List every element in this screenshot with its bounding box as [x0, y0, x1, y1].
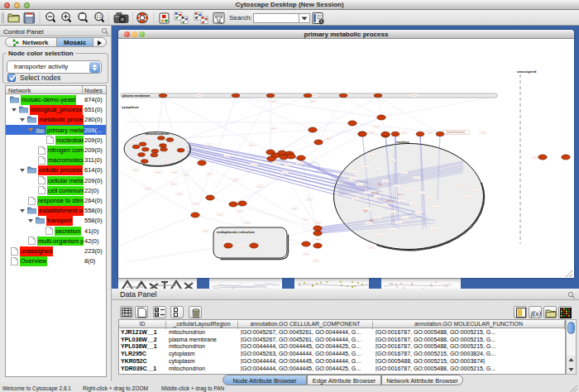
svg-text:(text): (text): [404, 217, 408, 218]
svg-text:(text): (text): [370, 246, 374, 248]
svg-text:(x)x: (x)x: [364, 209, 368, 213]
svg-text:(text): (text): [376, 169, 380, 170]
svg-text:(text): (text): [358, 184, 362, 185]
svg-text:(text): (text): [415, 177, 419, 179]
svg-text:(text): (text): [293, 208, 297, 209]
svg-text:(text): (text): [367, 222, 371, 224]
svg-text:(text): (text): [252, 164, 256, 165]
svg-text:(text): (text): [412, 203, 416, 204]
svg-text:(text): (text): [481, 131, 486, 133]
svg-text:Search:: Search:: [229, 14, 252, 22]
svg-text:(x)—: (x)—: [378, 183, 383, 186]
svg-text:(text): (text): [432, 228, 436, 230]
svg-text:(text): (text): [173, 171, 177, 173]
svg-text:(text): (text): [298, 162, 302, 164]
svg-text:(text): (text): [233, 179, 237, 180]
svg-text:(text): (text): [225, 241, 229, 243]
svg-text:(text): (text): [384, 180, 388, 182]
svg-text:unassigned: unassigned: [517, 69, 537, 74]
svg-text:(text): (text): [250, 144, 254, 146]
svg-text:(text): (text): [184, 174, 189, 175]
svg-text:(text): (text): [226, 155, 230, 156]
svg-text:(text): (text): [391, 229, 395, 231]
svg-text:(text): (text): [246, 222, 250, 223]
svg-text:(text): (text): [311, 100, 315, 102]
svg-text:(text): (text): [316, 238, 320, 240]
svg-text:(text): (text): [194, 203, 198, 204]
svg-text:(text): (text): [403, 131, 407, 133]
svg-text:(text): (text): [370, 154, 374, 155]
svg-text:(text): (text): [172, 183, 176, 184]
svg-text:(text): (text): [238, 210, 242, 212]
svg-text:(text): (text): [370, 131, 374, 133]
svg-text:x—x: x—x: [398, 193, 403, 196]
svg-text:(text): (text): [313, 94, 318, 96]
svg-text:(text): (text): [275, 162, 279, 164]
svg-text:(text): (text): [428, 131, 433, 133]
svg-text:(text): (text): [131, 142, 135, 144]
svg-text:(text): (text): [327, 137, 331, 139]
svg-text:(text): (text): [240, 245, 244, 246]
svg-text:(text): (text): [146, 137, 151, 139]
svg-text:(text): (text): [164, 160, 168, 161]
svg-text:(text): (text): [366, 192, 370, 194]
svg-text:(text): (text): [413, 94, 417, 96]
svg-text:(text): (text): [403, 172, 407, 174]
svg-text:(xxxxOxxxxxxx): (xxxxOxxxxxxx): [447, 131, 465, 134]
svg-text:cytoplasm: cytoplasm: [122, 105, 139, 109]
svg-text:(text): (text): [354, 198, 358, 199]
svg-text:(text): (text): [417, 212, 421, 213]
svg-text:(text): (text): [395, 185, 400, 187]
svg-text:(text): (text): [383, 204, 387, 206]
svg-text:(text): (text): [534, 156, 538, 158]
svg-text:(text): (text): [271, 127, 275, 129]
svg-text:endoplasmic reticulum: endoplasmic reticulum: [217, 230, 255, 234]
svg-text:plasma membrane: plasma membrane: [122, 94, 150, 98]
svg-text:(text): (text): [474, 189, 478, 191]
svg-text:(text): (text): [146, 188, 151, 189]
svg-text:(text): (text): [204, 230, 208, 232]
svg-text:(text): (text): [304, 218, 308, 220]
svg-text:(text): (text): [308, 198, 312, 200]
svg-text:(text): (text): [364, 166, 368, 168]
svg-text:(text): (text): [134, 169, 138, 170]
svg-text:x(x)—x: x(x)—x: [386, 199, 394, 203]
svg-text:1:1: 1:1: [96, 15, 102, 19]
svg-text:(text): (text): [466, 196, 470, 198]
svg-text:(text): (text): [375, 126, 379, 127]
svg-text:(text): (text): [434, 206, 438, 208]
svg-text:(text): (text): [351, 171, 355, 173]
svg-text:nucleus: nucleus: [396, 140, 409, 144]
svg-text:(text): (text): [376, 217, 380, 218]
svg-text:(text): (text): [408, 189, 412, 190]
svg-text:(text): (text): [208, 173, 212, 174]
svg-text:(text): (text): [258, 185, 262, 187]
svg-text:(text): (text): [218, 213, 223, 215]
svg-text:x—(x): x—(x): [372, 191, 379, 194]
svg-text:(text): (text): [397, 222, 401, 223]
svg-text:(text): (text): [390, 160, 395, 161]
svg-text:(text): (text): [304, 253, 309, 255]
svg-text:(text): (text): [178, 193, 182, 194]
svg-text:(text): (text): [391, 211, 395, 213]
svg-text:(text): (text): [420, 192, 424, 194]
svg-text:(text): (text): [283, 172, 287, 174]
svg-text:(text): (text): [271, 100, 275, 102]
svg-text:(text): (text): [400, 200, 404, 202]
svg-text:mitochondrion: mitochondrion: [145, 131, 170, 136]
svg-text:(text): (text): [314, 260, 318, 261]
svg-text:(text): (text): [198, 94, 202, 96]
svg-text:(text): (text): [461, 184, 465, 185]
svg-text:(text): (text): [156, 171, 160, 173]
svg-text:f(x): f(x): [531, 309, 542, 318]
svg-text:(text): (text): [428, 197, 432, 198]
svg-text:(text): (text): [207, 144, 211, 146]
svg-text:(text): (text): [287, 164, 291, 165]
svg-text:(text): (text): [316, 222, 320, 223]
svg-text:(text): (text): [352, 178, 356, 179]
svg-text:(text): (text): [380, 234, 384, 236]
svg-text:(text): (text): [376, 196, 380, 198]
svg-text:x(x): x(x): [370, 219, 374, 222]
